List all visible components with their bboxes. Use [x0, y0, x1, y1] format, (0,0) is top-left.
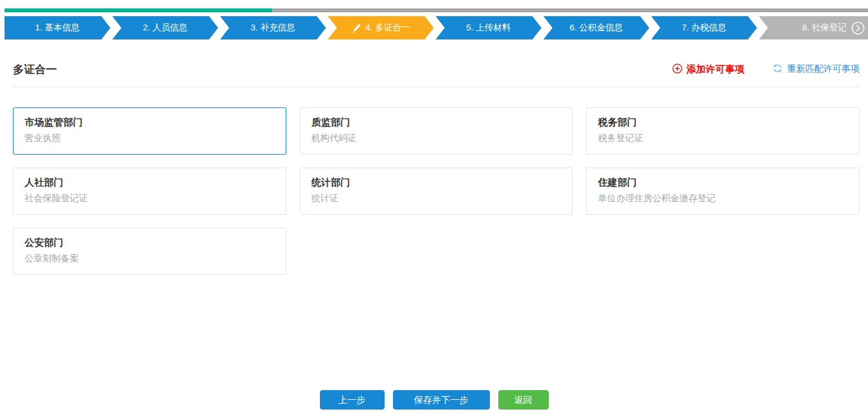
- card-certificate: 单位办理住房公积金缴存登记: [598, 192, 848, 204]
- card-department: 公安部门: [25, 236, 275, 248]
- progress-fill: [5, 8, 272, 12]
- wizard-step-multi-certificate[interactable]: 4. 多证合一: [328, 16, 434, 39]
- wizard-step-provident-fund-info[interactable]: 6. 公积金信息: [544, 16, 650, 39]
- wizard-step-label: 7. 办税信息: [682, 22, 726, 34]
- rematch-permit-link[interactable]: 重新匹配许可事项: [772, 63, 860, 75]
- cert-card-market-supervision[interactable]: 市场监管部门 营业执照: [13, 107, 286, 155]
- wizard-step-tax-info[interactable]: 7. 办税信息: [651, 16, 757, 39]
- multi-certificate-page: 1. 基本信息 2. 人员信息 3. 补充信息 4. 多证合一 5. 上传材料 …: [0, 8, 868, 410]
- card-department: 统计部门: [312, 176, 562, 188]
- cert-card-human-resources[interactable]: 人社部门 社会保险登记证: [13, 168, 286, 215]
- add-permit-label: 添加许可事项: [686, 63, 745, 76]
- content-area: 多证合一 添加许可事项 重新匹配许可事项 市场监管部门: [13, 61, 860, 275]
- wizard-step-label: 1. 基本信息: [35, 22, 79, 34]
- progress-bar: [5, 8, 868, 12]
- rematch-permit-label: 重新匹配许可事项: [787, 63, 860, 75]
- back-button[interactable]: 返回: [498, 390, 549, 410]
- certificate-grid: 市场监管部门 营业执照 质监部门 机构代码证 税务部门 税务登记证 人社部门 社…: [13, 107, 860, 275]
- section-header: 多证合一 添加许可事项 重新匹配许可事项: [13, 61, 860, 77]
- cert-card-quality-supervision[interactable]: 质监部门 机构代码证: [300, 107, 573, 155]
- page-title: 多证合一: [13, 62, 57, 77]
- cert-card-housing-construction[interactable]: 住建部门 单位办理住房公积金缴存登记: [586, 168, 860, 215]
- wizard-step-label: 8. 社保登记: [802, 22, 847, 34]
- chevron-circle-icon: [851, 21, 865, 35]
- wizard-step-label: 3. 补充信息: [251, 22, 295, 34]
- cert-card-tax[interactable]: 税务部门 税务登记证: [586, 107, 860, 155]
- wizard-step-upload-materials[interactable]: 5. 上传材料: [436, 16, 542, 39]
- save-next-button[interactable]: 保存并下一步: [393, 390, 490, 410]
- card-certificate: 税务登记证: [598, 132, 848, 144]
- step-wizard: 1. 基本信息 2. 人员信息 3. 补充信息 4. 多证合一 5. 上传材料 …: [5, 16, 868, 39]
- wizard-step-label: 4. 多证合一: [366, 22, 410, 34]
- wizard-step-personnel-info[interactable]: 2. 人员信息: [112, 16, 218, 39]
- card-department: 人社部门: [25, 176, 275, 188]
- wizard-step-social-security[interactable]: 8. 社保登记: [759, 16, 868, 39]
- add-permit-link[interactable]: 添加许可事项: [672, 63, 745, 76]
- card-department: 税务部门: [598, 116, 848, 128]
- wizard-step-supplementary-info[interactable]: 3. 补充信息: [220, 16, 326, 39]
- wizard-step-label: 6. 公积金信息: [569, 22, 623, 34]
- prev-step-button[interactable]: 上一步: [320, 390, 385, 410]
- card-certificate: 社会保险登记证: [25, 192, 275, 204]
- refresh-icon: [772, 63, 783, 75]
- cert-card-public-security[interactable]: 公安部门 公章刻制备案: [13, 228, 286, 275]
- divider: [13, 87, 860, 87]
- header-actions: 添加许可事项 重新匹配许可事项: [672, 63, 860, 76]
- card-department: 市场监管部门: [25, 116, 275, 128]
- cert-card-statistics[interactable]: 统计部门 统计证: [300, 168, 573, 215]
- card-certificate: 公章刻制备案: [25, 252, 275, 264]
- wizard-step-label: 5. 上传材料: [466, 22, 511, 34]
- wizard-step-label: 2. 人员信息: [143, 22, 187, 34]
- pencil-icon: [352, 23, 361, 33]
- card-certificate: 营业执照: [25, 132, 275, 144]
- wizard-step-basic-info[interactable]: 1. 基本信息: [5, 16, 111, 39]
- card-certificate: 统计证: [312, 192, 562, 204]
- card-department: 质监部门: [312, 116, 562, 128]
- card-department: 住建部门: [598, 176, 848, 188]
- plus-circle-icon: [672, 63, 683, 76]
- card-certificate: 机构代码证: [312, 132, 562, 144]
- footer-actions: 上一步 保存并下一步 返回: [0, 390, 868, 410]
